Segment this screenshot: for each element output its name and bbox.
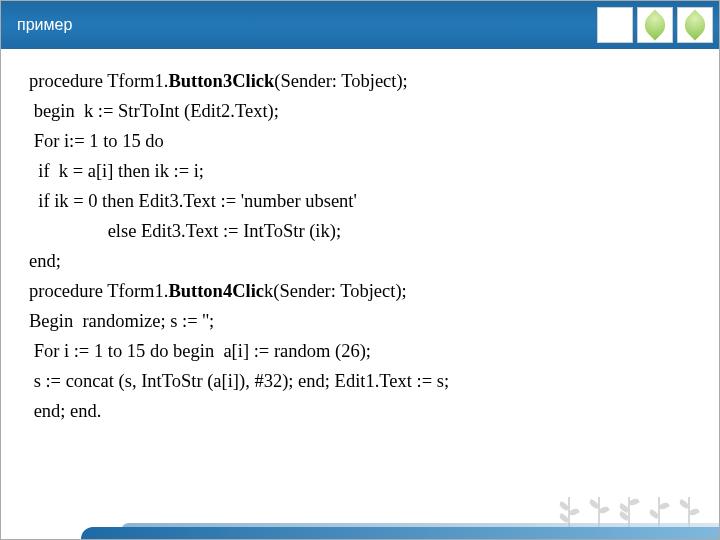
header-title: пример [17, 16, 72, 34]
t: procedure Tform1. [29, 71, 168, 91]
code-line-11: s := concat (s, IntToStr (a[i]), #32); e… [29, 367, 691, 397]
header-icon-blank [597, 7, 633, 43]
code-line-12: end; end. [29, 397, 691, 427]
code-line-8: procedure Tform1.Button4Click(Sender: To… [29, 277, 691, 307]
slide-frame: пример procedure Tform1.Button3Click(Sen… [0, 0, 720, 540]
code-line-2: begin k := StrToInt (Edit2.Text); [29, 97, 691, 127]
code-line-10: For i := 1 to 15 do begin a[i] := random… [29, 337, 691, 367]
swoosh-dark [81, 527, 719, 539]
code-line-9: Begin randomize; s := ''; [29, 307, 691, 337]
plants-icon [559, 489, 699, 527]
header-icon-leaf-1 [637, 7, 673, 43]
header-icons [597, 7, 713, 43]
swoosh-light [121, 523, 719, 531]
code-line-4: if k = a[i] then ik := i; [29, 157, 691, 187]
t: procedure Tform1. [29, 281, 168, 301]
code-content: procedure Tform1.Button3Click(Sender: To… [1, 49, 719, 427]
t: (Sender: Tobject); [274, 71, 407, 91]
code-line-6: else Edit3.Text := IntToStr (ik); [29, 217, 691, 247]
code-line-7: end; [29, 247, 691, 277]
code-line-3: For i:= 1 to 15 do [29, 127, 691, 157]
t: k(Sender: Tobject); [264, 281, 407, 301]
code-line-1: procedure Tform1.Button3Click(Sender: To… [29, 67, 691, 97]
code-line-5: if ik = 0 then Edit3.Text := 'number ubs… [29, 187, 691, 217]
header-icon-leaf-2 [677, 7, 713, 43]
t-bold: Button3Click [168, 71, 274, 91]
t-bold: Button4Clic [168, 281, 264, 301]
footer-decor [1, 469, 719, 539]
header-bar: пример [1, 1, 719, 49]
